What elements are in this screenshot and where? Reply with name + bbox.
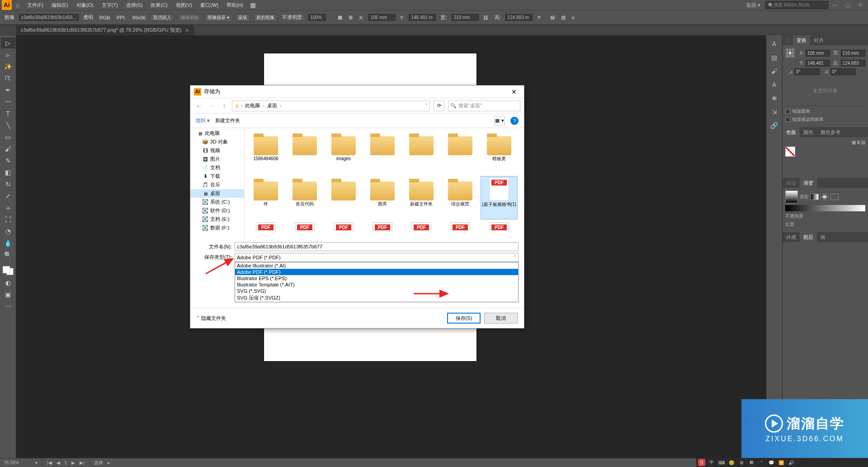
paintbrush-tool[interactable]: 🖌 xyxy=(1,143,15,154)
tray-expand-icon[interactable]: ˄ xyxy=(758,459,765,466)
keyboard-icon[interactable]: ⌨ xyxy=(718,459,725,466)
file-item[interactable]: 新建文件夹 xyxy=(403,176,440,219)
tree-node[interactable]: 🖼图片 xyxy=(190,155,244,163)
image-trace-button[interactable]: 图像描摹 ▾ xyxy=(204,14,232,22)
shear-input[interactable]: 0° xyxy=(830,68,856,75)
mask-button[interactable]: 蒙版 xyxy=(235,14,250,22)
ref-point-icon[interactable]: ⊞ xyxy=(347,14,354,20)
file-item[interactable] xyxy=(286,131,323,174)
filetype-combobox[interactable]: Adobe PDF (*.PDF) ˅ xyxy=(235,253,519,262)
file-item[interactable] xyxy=(325,221,362,232)
rotate-tool[interactable]: ↻ xyxy=(1,179,15,190)
color-mode-icon[interactable]: ◐ xyxy=(1,277,15,288)
filetype-option[interactable]: Adobe Illustrator (*.AI) xyxy=(235,262,518,269)
tree-node[interactable]: 📄文档 xyxy=(190,163,244,172)
tree-node[interactable]: 💽系统 (C:) xyxy=(190,198,244,206)
filetype-option[interactable]: SVG 压缩 (*.SVGZ) xyxy=(235,294,518,302)
export-panel-icon[interactable]: ⇲ xyxy=(767,105,782,118)
edit-toolbar-icon[interactable]: ⋯ xyxy=(1,301,15,312)
bridge-icon[interactable]: ▦ xyxy=(248,0,258,10)
new-folder-button[interactable]: 新建文件夹 xyxy=(215,117,240,124)
fill-stroke-swatch[interactable] xyxy=(3,266,14,275)
menu-file[interactable]: 文件(F) xyxy=(24,2,47,9)
file-item[interactable] xyxy=(403,131,440,174)
menu-select[interactable]: 选择(S) xyxy=(123,2,146,9)
scale-tool[interactable]: ⤢ xyxy=(1,191,15,201)
magic-wand-tool[interactable]: ✨ xyxy=(1,61,15,72)
brushes-panel-icon[interactable]: 🖌 xyxy=(767,65,782,77)
file-list[interactable]: 1586484606images模板类件首页代码图库新建文件夹综合规范(新子板规… xyxy=(245,128,524,240)
selection-tool[interactable]: ▷ xyxy=(1,38,15,48)
status-dropdown-icon[interactable]: ▸ xyxy=(108,460,110,465)
angle-input[interactable]: 0° xyxy=(794,68,820,75)
properties-panel-icon[interactable]: A xyxy=(767,38,782,50)
file-item[interactable]: 首页代码 xyxy=(286,176,323,219)
emoji-icon[interactable]: 😊 xyxy=(728,459,735,466)
menu-edit[interactable]: 编辑(E) xyxy=(48,2,72,9)
tab-layers[interactable]: 图层 xyxy=(800,232,817,242)
x-input[interactable]: 105 mm xyxy=(368,14,396,21)
tab-swatches[interactable]: 色板 xyxy=(783,127,800,137)
tree-node[interactable]: 💽数据 (F:) xyxy=(190,224,244,232)
menu-window[interactable]: 窗口(W) xyxy=(197,2,222,9)
tree-node[interactable]: 💽软件 (D:) xyxy=(190,206,244,215)
breadcrumb-dropdown-icon[interactable]: ˅ xyxy=(425,103,428,108)
transform-x-input[interactable]: 105 mm xyxy=(806,50,830,57)
character-panel-icon[interactable]: A xyxy=(767,78,782,91)
panel-menu-icon[interactable]: ≡ xyxy=(570,15,576,20)
width-tool[interactable]: ⟛ xyxy=(1,202,15,213)
symbols-panel-icon[interactable]: ❀ xyxy=(767,92,782,105)
y-input[interactable]: 148.481 m xyxy=(409,14,436,21)
unembed-button[interactable]: 取消嵌入 xyxy=(150,14,175,22)
refresh-icon[interactable]: ⟳ xyxy=(434,100,444,111)
tree-node[interactable]: 📦3D 对象 xyxy=(190,138,244,146)
filetype-option[interactable]: Illustrator Template (*.AIT) xyxy=(235,281,518,288)
workspace-switcher[interactable]: 版面 ▾ xyxy=(743,2,764,9)
document-tab[interactable]: c3af6e39a8619b93b1d5613f6357b677.png* @ … xyxy=(16,25,194,36)
file-item[interactable] xyxy=(364,131,401,174)
file-item[interactable] xyxy=(403,221,440,232)
window-maximize-icon[interactable]: ▢ xyxy=(844,2,852,8)
dialog-close-icon[interactable]: ✕ xyxy=(508,87,520,97)
file-item[interactable]: images xyxy=(325,131,362,174)
file-item[interactable] xyxy=(325,176,362,219)
file-item[interactable] xyxy=(364,221,401,232)
libraries-panel-icon[interactable]: ▤ xyxy=(767,51,782,64)
stock-search[interactable]: 🔍 搜索 Adobe Stock xyxy=(765,1,828,9)
tree-node[interactable]: 🖥桌面 xyxy=(190,189,244,198)
tab-stroke[interactable]: 描边 xyxy=(783,178,800,188)
tab-artboards[interactable]: 画 xyxy=(817,232,829,242)
gradient-freeform-icon[interactable] xyxy=(830,194,839,200)
gradient-preview[interactable] xyxy=(785,191,798,203)
tab-gradient[interactable]: 渐变 xyxy=(800,178,817,188)
tab-color-guide[interactable]: 颜色参考 xyxy=(817,127,844,137)
file-item[interactable] xyxy=(286,221,323,232)
dialog-search[interactable]: 🔍 搜索"桌面" xyxy=(448,100,520,111)
artboard-nav-first-icon[interactable]: |◀ xyxy=(47,460,52,465)
menu-object[interactable]: 对象(O) xyxy=(73,2,97,9)
nav-back-icon[interactable]: ← xyxy=(194,101,204,111)
organize-button[interactable]: 组织 ▾ xyxy=(196,117,210,124)
swatch-view-icon[interactable]: ▦ xyxy=(852,140,856,145)
file-item[interactable]: 件 xyxy=(247,176,284,219)
breadcrumb[interactable]: 🖥 › 此电脑 › 桌面 › ˅ xyxy=(232,100,430,111)
volume-icon[interactable]: 🔊 xyxy=(788,459,795,466)
opacity-input[interactable]: 100% xyxy=(308,14,326,21)
chat-icon[interactable]: 💬 xyxy=(768,459,775,466)
tab-transform[interactable]: 变换 xyxy=(793,35,810,45)
save-button[interactable]: 保存(S) xyxy=(447,313,481,324)
h-input[interactable]: 124.883 m xyxy=(505,14,533,21)
lasso-tool[interactable]: ☈ xyxy=(1,73,15,84)
menu-view[interactable]: 视图(V) xyxy=(172,2,196,9)
menu-help[interactable]: 帮助(H) xyxy=(223,2,247,9)
artboard-nav-last-icon[interactable]: ▶| xyxy=(80,460,85,465)
close-tab-icon[interactable]: ✕ xyxy=(185,27,189,33)
tab-appearance[interactable]: 外观 xyxy=(783,232,800,242)
home-icon[interactable]: ⌂ xyxy=(13,0,23,10)
swatch-list-icon[interactable]: ≣ xyxy=(857,140,860,145)
gradient-radial-icon[interactable] xyxy=(821,194,829,200)
rectangle-tool[interactable]: ▭ xyxy=(1,132,15,143)
file-item[interactable]: 模板类 xyxy=(481,131,518,174)
w-input[interactable]: 210 mm xyxy=(452,14,479,21)
lang-icon[interactable]: 中 xyxy=(708,459,715,466)
